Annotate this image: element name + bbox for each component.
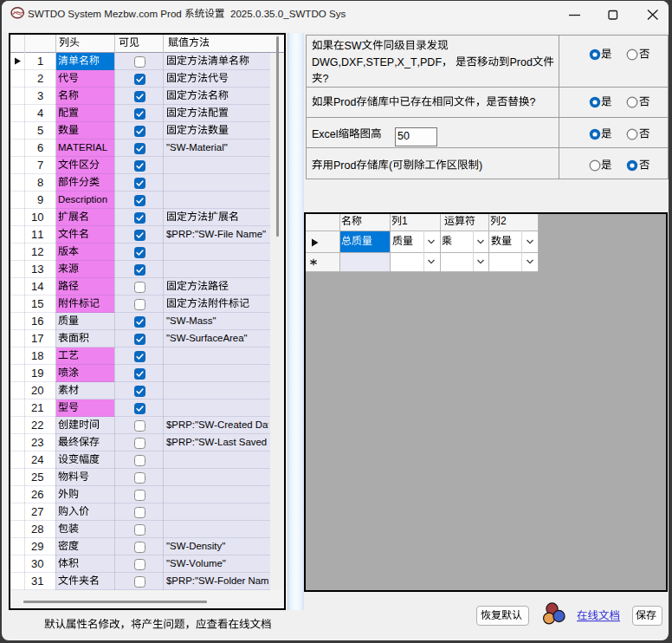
svg-text:Description: Description [58,194,107,205]
svg-text:$PRP:"SW-Created Date": $PRP:"SW-Created Date" [166,419,268,430]
svg-text:$PRP:"SW-Last Saved Date": $PRP:"SW-Last Saved Date" [166,437,268,447]
svg-text:27: 27 [31,505,43,518]
svg-text:$PRP:"SW-File Name": $PRP:"SW-File Name" [166,229,266,239]
svg-text:9: 9 [37,193,43,206]
svg-text:29: 29 [31,540,43,553]
svg-text:11: 11 [31,228,43,241]
svg-text:?: ? [323,72,329,84]
svg-text:DWG,DXF,STEP,X_T,PDF: DWG,DXF,STEP,X_T,PDF [312,56,442,68]
svg-text:2025.0.35.0_SWTDO Sys: 2025.0.35.0_SWTDO Sys [224,8,346,19]
svg-text:): ) [479,159,482,171]
svg-text:10: 10 [31,211,43,224]
svg-text:SWTDO System Mezbw.com Prod: SWTDO System Mezbw.com Prod [28,8,184,19]
svg-text:1: 1 [402,215,408,227]
svg-text:3: 3 [37,89,43,102]
svg-text:20: 20 [31,384,43,397]
svg-text:2: 2 [501,215,507,227]
svg-text:Prod: Prod [509,56,532,68]
svg-text:21: 21 [31,401,43,414]
svg-text:6: 6 [37,141,43,154]
svg-text:Prod: Prod [333,95,356,107]
svg-text:28: 28 [31,523,43,536]
svg-text:"SW-Density": "SW-Density" [166,541,225,551]
svg-text:"SW-Volume": "SW-Volume" [166,558,226,568]
svg-text:"SW-SurfaceArea": "SW-SurfaceArea" [166,333,248,343]
svg-text:SW: SW [345,40,362,52]
svg-text:22: 22 [31,419,43,432]
svg-text:13: 13 [31,263,43,276]
svg-text:(: ( [389,159,393,171]
svg-text:16: 16 [31,315,43,328]
svg-text:12: 12 [31,245,43,258]
svg-text:15: 15 [31,297,43,310]
svg-text:50: 50 [397,130,410,142]
svg-text:24: 24 [31,453,43,466]
svg-text:?: ? [529,95,535,107]
svg-text:1: 1 [37,55,43,68]
svg-text:23: 23 [31,436,43,449]
svg-text:"SW-Material": "SW-Material" [166,142,228,153]
svg-text:$PRP:"SW-Folder Name": $PRP:"SW-Folder Name" [166,575,268,586]
svg-text:14: 14 [31,280,43,293]
svg-text:17: 17 [31,332,43,345]
svg-text:25: 25 [31,471,43,484]
svg-text:2: 2 [37,72,43,85]
svg-text:30: 30 [31,557,43,570]
svg-text:7: 7 [37,159,43,172]
svg-text:MATERIAL: MATERIAL [58,142,107,153]
svg-text:5: 5 [37,124,43,137]
svg-text:4: 4 [37,107,43,120]
svg-text:19: 19 [31,367,43,380]
svg-text:8: 8 [37,176,43,189]
svg-text:"SW-Mass": "SW-Mass" [166,315,216,326]
svg-text:31: 31 [31,575,43,588]
svg-text:26: 26 [31,488,43,501]
svg-text:18: 18 [31,349,43,362]
svg-text:Excel: Excel [312,128,339,140]
svg-text:Prod: Prod [333,159,356,171]
